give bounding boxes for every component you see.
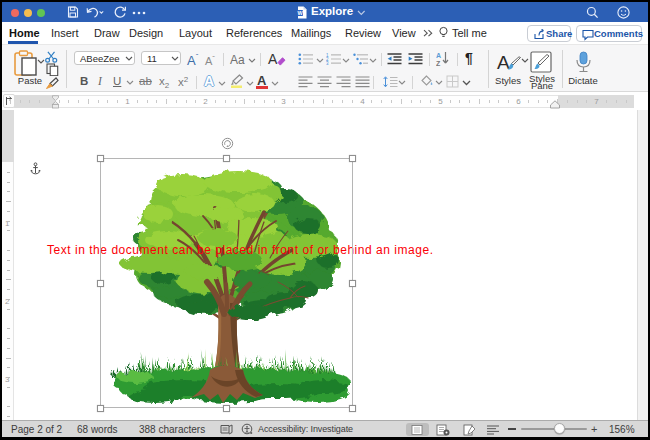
svg-text:3: 3 [326,61,329,65]
svg-text:W: W [297,10,303,16]
svg-text:A: A [436,52,441,59]
svg-text:Z: Z [436,60,441,67]
